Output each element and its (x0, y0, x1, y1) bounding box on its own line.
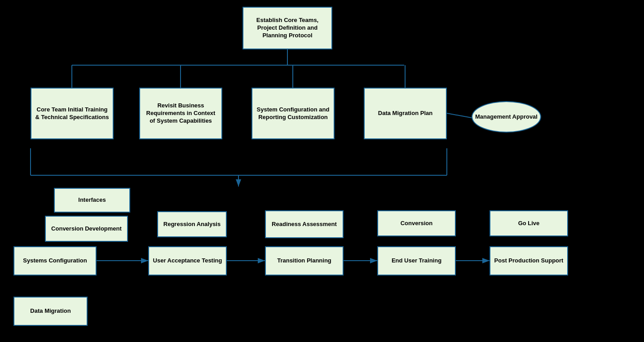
svg-line-7 (447, 113, 472, 118)
node-uat: User Acceptance Testing (148, 246, 227, 275)
node-conversion: Conversion (377, 210, 456, 236)
node-postprod: Post Production Support (490, 246, 568, 275)
node-golive: Go Live (490, 210, 568, 236)
node-management-approval: Management Approval (472, 101, 541, 133)
node-transition: Transition Planning (265, 246, 344, 275)
diagram-container: Establish Core Teams, Project Definition… (0, 0, 644, 342)
connections-layer (0, 0, 644, 342)
node-enduser: End User Training (377, 246, 456, 275)
node-regression: Regression Analysis (157, 211, 227, 237)
node-systems-config: Systems Configuration (13, 246, 97, 275)
node-conversion-dev: Conversion Development (45, 216, 128, 242)
node-data-migration: Data Migration (13, 297, 88, 326)
node-readiness: Readiness Assessment (265, 210, 344, 238)
node-revisit-biz: Revisit Business Requirements in Context… (139, 88, 222, 139)
node-interfaces: Interfaces (54, 188, 130, 213)
node-data-migration-plan: Data Migration Plan (364, 88, 447, 139)
node-core-team: Core Team Initial Training & Technical S… (31, 88, 114, 139)
node-sys-config-report: System Configuration and Reporting Custo… (251, 88, 335, 139)
root-node: Establish Core Teams, Project Definition… (243, 7, 332, 49)
